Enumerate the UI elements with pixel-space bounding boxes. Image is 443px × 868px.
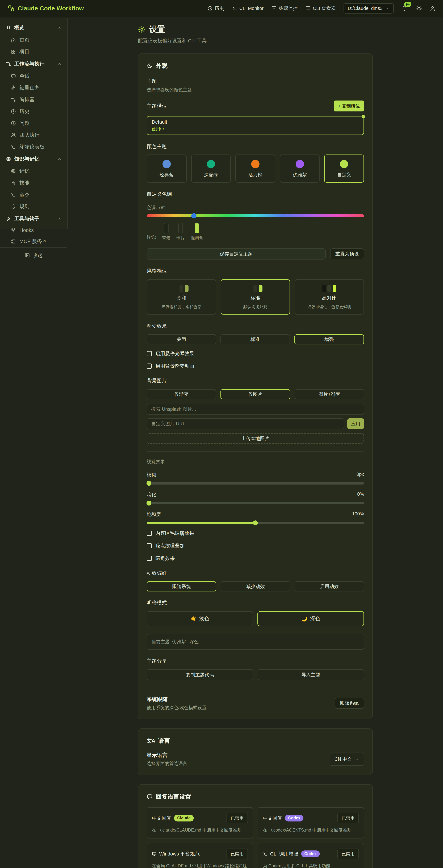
theme-option-custom[interactable]: 自定义 <box>324 155 364 183</box>
sidebar-collapse-button[interactable]: 收起 <box>0 247 67 263</box>
toggle-disabled-button[interactable]: 已禁用 <box>226 848 248 859</box>
gradient-standard[interactable]: 标准 <box>220 334 290 344</box>
style-option-standard[interactable]: 标准 默认均衡外观 <box>221 279 290 315</box>
upload-local-image-button[interactable]: 上传本地图片 <box>147 433 364 444</box>
theme-share-buttons: 复制主题代码 导入主题 <box>147 670 364 680</box>
theme-option-deep-green[interactable]: 深邃绿 <box>191 155 231 183</box>
sidebar-item-mcp-servers[interactable]: MCP 服务器 <box>0 236 67 247</box>
sidebar-item-skills[interactable]: 技能 <box>0 177 67 189</box>
follow-system-button[interactable]: 跟随系统 <box>335 698 364 709</box>
mode-dark[interactable]: 🌙 深色 <box>257 611 364 626</box>
checkbox-unchecked[interactable] <box>147 556 152 561</box>
toggle-disabled-button[interactable]: 已禁用 <box>226 813 248 824</box>
sidebar-item-commands[interactable]: 命令 <box>0 189 67 201</box>
theme-option-vibrant-orange[interactable]: 活力橙 <box>235 155 275 183</box>
gradient-enhanced[interactable]: 增强 <box>294 334 364 344</box>
checkbox-unchecked[interactable] <box>147 364 152 369</box>
sidebar-item-home[interactable]: 首页 <box>0 34 67 46</box>
gradient-off[interactable]: 关闭 <box>147 334 216 344</box>
copy-slot-button[interactable]: + 复制槽位 <box>334 100 364 112</box>
checkbox-unchecked[interactable] <box>147 531 152 536</box>
language-select[interactable]: CN 中文 <box>330 752 364 766</box>
theme-slot-default[interactable]: Default 使用中 <box>147 116 364 135</box>
bg-image-only[interactable]: 仅图片 <box>220 389 290 399</box>
slider-thumb[interactable] <box>147 501 151 505</box>
nav-cli-monitor[interactable]: CLI Monitor <box>232 6 264 11</box>
panel-terminal-icon <box>272 6 277 11</box>
terminal-icon <box>11 144 16 150</box>
style-option-soft[interactable]: 柔和 降低饱和度，柔和色彩 <box>147 279 216 315</box>
hue-slider-thumb[interactable] <box>191 213 196 218</box>
sidebar-group-overview[interactable]: 概览 <box>0 22 67 34</box>
bg-gradient-only[interactable]: 仅渐变 <box>147 389 216 399</box>
toggle-disabled-button[interactable]: 已禁用 <box>338 848 359 859</box>
notifications-button[interactable]: 9+ <box>402 5 408 11</box>
saturation-slider[interactable] <box>147 522 364 524</box>
clock-icon <box>11 109 16 114</box>
project-selector[interactable]: D:/Claude_dms3 <box>344 3 394 13</box>
nav-terminal-monitor[interactable]: 终端监控 <box>272 5 297 11</box>
sidebar-item-history[interactable]: 历史 <box>0 105 67 117</box>
import-theme-button[interactable]: 导入主题 <box>258 670 364 680</box>
header-nav: 历史 CLI Monitor 终端监控 CLI 查看器 D:/Claude_dm… <box>208 3 435 13</box>
mode-light[interactable]: ☀️ 浅色 <box>147 611 253 626</box>
bg-gradient-anim-checkbox-row[interactable]: 启用背景渐变动画 <box>147 363 364 369</box>
sidebar-item-hooks[interactable]: Hooks <box>0 225 67 236</box>
nodes-icon <box>11 97 16 102</box>
vignette-checkbox-row[interactable]: 暗角效果 <box>147 555 364 562</box>
theme-toggle-button[interactable] <box>416 5 422 11</box>
glass-checkbox-row[interactable]: 内容区毛玻璃效果 <box>147 530 364 536</box>
noise-checkbox-row[interactable]: 噪点纹理叠加 <box>147 542 364 549</box>
bg-image-plus-gradient[interactable]: 图片+渐变 <box>295 389 364 399</box>
custom-image-url-input[interactable] <box>147 418 344 429</box>
blur-slider[interactable] <box>147 482 364 485</box>
workflow-icon <box>6 61 11 66</box>
theme-share-label: 主题分享 <box>147 658 364 664</box>
sidebar-item-rules[interactable]: 规则 <box>0 201 67 213</box>
preview-background: 背景 <box>162 223 170 241</box>
chevron-up-icon <box>57 157 61 161</box>
reply-language-title: 回复语言设置 <box>156 793 191 801</box>
sidebar-item-sessions[interactable]: 会话 <box>0 70 67 82</box>
reset-preset-button[interactable]: 重置为预设 <box>330 248 364 259</box>
users-icon <box>11 132 16 138</box>
sun-emoji-icon: ☀️ <box>190 616 196 622</box>
apply-url-button[interactable]: 应用 <box>347 418 364 429</box>
mode-label: 明暗模式 <box>147 599 364 607</box>
save-custom-theme-button[interactable]: 保存自定义主题 <box>147 248 326 259</box>
user-menu-button[interactable] <box>430 5 435 11</box>
checkbox-unchecked[interactable] <box>147 351 152 356</box>
sidebar-group-tools[interactable]: 工具与钩子 <box>0 213 67 225</box>
unsplash-search-input[interactable] <box>147 404 364 414</box>
sidebar-item-issues[interactable]: 问题 <box>0 117 67 129</box>
motion-enabled[interactable]: 启用动效 <box>295 581 364 591</box>
darken-slider[interactable] <box>147 502 364 504</box>
sidebar-item-orchestrator[interactable]: 编排器 <box>0 94 67 105</box>
sidebar-item-team-execution[interactable]: 团队执行 <box>0 129 67 141</box>
theme-desc: 选择您喜欢的颜色主题 <box>147 87 364 93</box>
sidebar-group-workflow[interactable]: 工作流与执行 <box>0 58 67 70</box>
nav-history[interactable]: 历史 <box>208 5 224 11</box>
checkbox-unchecked[interactable] <box>147 543 152 549</box>
motion-follow-system[interactable]: 跟随系统 <box>147 581 216 591</box>
hover-glow-checkbox-row[interactable]: 启用悬停光晕效果 <box>147 350 364 357</box>
hue-slider[interactable] <box>147 214 364 217</box>
copy-theme-code-button[interactable]: 复制主题代码 <box>147 670 253 680</box>
theme-option-classic-blue[interactable]: 经典蓝 <box>147 155 187 183</box>
sidebar-item-light-tasks[interactable]: 轻量任务 <box>0 82 67 94</box>
slider-thumb[interactable] <box>253 521 258 525</box>
sidebar-group-knowledge[interactable]: 知识与记忆 <box>0 153 67 165</box>
theme-option-elegant-purple[interactable]: 优雅紫 <box>280 155 320 183</box>
sidebar-item-memory[interactable]: 记忆 <box>0 165 67 177</box>
sidebar-item-terminal-dashboard[interactable]: 终端仪表板 <box>0 141 67 153</box>
toggle-disabled-button[interactable]: 已禁用 <box>338 813 359 824</box>
sidebar-item-projects[interactable]: 项目 <box>0 46 67 58</box>
style-option-high-contrast[interactable]: 高对比 增强可读性，色彩更鲜明 <box>294 279 364 315</box>
zap-icon <box>11 85 16 90</box>
motion-reduced[interactable]: 减少动效 <box>221 581 290 591</box>
style-level-label: 风格档位 <box>147 268 364 275</box>
app-logo[interactable]: Claude Code Workflow <box>8 5 84 12</box>
nav-cli-viewer[interactable]: CLI 查看器 <box>306 5 336 11</box>
slider-thumb[interactable] <box>147 481 151 486</box>
divider <box>147 452 364 452</box>
